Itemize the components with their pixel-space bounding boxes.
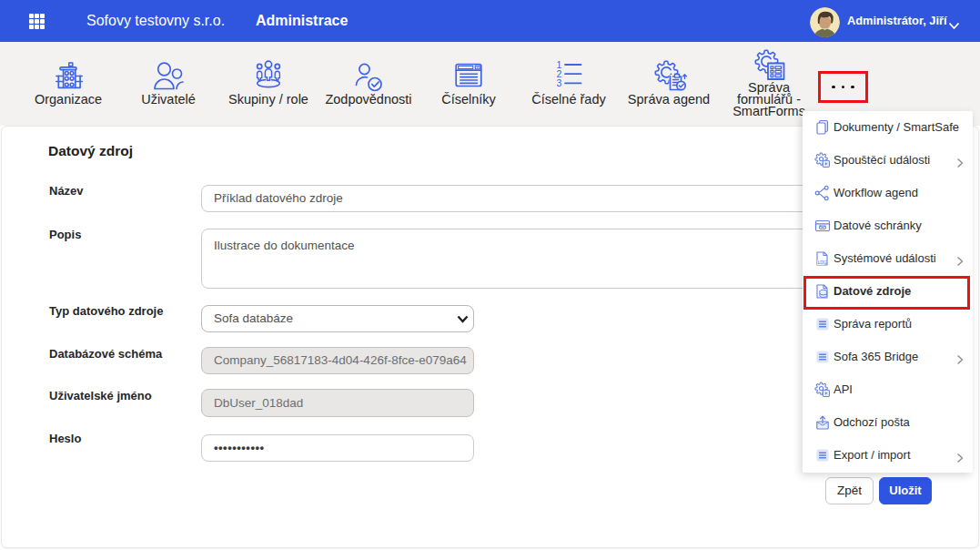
svg-text:3: 3: [557, 77, 562, 87]
svg-text:LOG: LOG: [817, 260, 827, 265]
